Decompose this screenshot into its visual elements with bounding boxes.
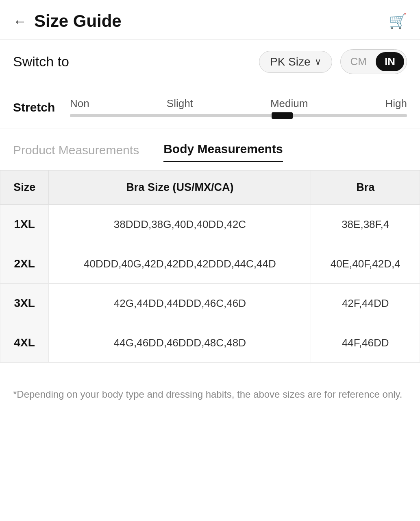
slider-labels: Non Slight Medium High [70,97,407,110]
stretch-section: Stretch Non Slight Medium High [0,84,420,129]
cell-bra-us: 44G,46DD,46DDD,48C,48D [49,323,311,363]
table-row: 3XL 42G,44DD,44DDD,46C,46D 42F,44DD [0,284,420,323]
switch-row: Switch to PK Size ∨ CM IN [0,39,420,84]
pk-size-label: PK Size [270,55,311,68]
footer-note: *Depending on your body type and dressin… [0,376,420,413]
stretch-row: Stretch Non Slight Medium High [13,97,407,117]
stretch-medium: Medium [270,97,308,110]
col-bra-us-header: Bra Size (US/MX/CA) [49,171,311,205]
col-bra-partial-header: Bra [311,171,420,205]
size-table: Size Bra Size (US/MX/CA) Bra 1XL 38DDD,3… [0,170,420,363]
page-title: Size Guide [34,11,122,31]
stretch-non: Non [70,97,89,110]
pk-size-dropdown[interactable]: PK Size ∨ [259,51,332,73]
cell-bra-partial: 40E,40F,42D,4 [311,244,420,284]
table-row: 2XL 40DDD,40G,42D,42DD,42DDD,44C,44D 40E… [0,244,420,284]
slider-thumb[interactable] [272,112,293,119]
table-row: 4XL 44G,46DD,46DDD,48C,48D 44F,46DD [0,323,420,363]
stretch-slight: Slight [167,97,193,110]
col-size-header: Size [0,171,49,205]
stretch-high: High [385,97,407,110]
cell-size: 1XL [0,205,49,244]
unit-toggle[interactable]: CM IN [340,49,407,74]
header-left: ← Size Guide [13,11,122,31]
cell-bra-us: 42G,44DD,44DDD,46C,46D [49,284,311,323]
tabs-section: Product Measurements Body Measurements [0,129,420,162]
switch-controls: PK Size ∨ CM IN [259,49,407,74]
cell-size: 3XL [0,284,49,323]
header: ← Size Guide 🛒 [0,0,420,39]
table-header-row: Size Bra Size (US/MX/CA) Bra [0,171,420,205]
chevron-down-icon: ∨ [315,57,321,67]
cell-size: 4XL [0,323,49,363]
cell-bra-us: 38DDD,38G,40D,40DD,42C [49,205,311,244]
table-row: 1XL 38DDD,38G,40D,40DD,42C 38E,38F,4 [0,205,420,244]
stretch-label: Stretch [13,101,70,114]
table-section: Size Bra Size (US/MX/CA) Bra 1XL 38DDD,3… [0,170,420,376]
cell-size: 2XL [0,244,49,284]
tabs: Product Measurements Body Measurements [13,142,407,162]
stretch-slider[interactable] [70,114,407,117]
cell-bra-partial: 38E,38F,4 [311,205,420,244]
tab-body-measurements[interactable]: Body Measurements [163,142,283,162]
switch-label: Switch to [13,54,69,70]
tab-product-measurements[interactable]: Product Measurements [13,143,139,162]
cell-bra-us: 40DDD,40G,42D,42DD,42DDD,44C,44D [49,244,311,284]
stretch-track-container: Non Slight Medium High [70,97,407,117]
back-button[interactable]: ← [13,14,27,28]
cell-bra-partial: 44F,46DD [311,323,420,363]
cart-icon[interactable]: 🛒 [389,13,407,30]
unit-cm-option[interactable]: CM [343,53,374,70]
cell-bra-partial: 42F,44DD [311,284,420,323]
unit-in-option[interactable]: IN [376,52,404,71]
